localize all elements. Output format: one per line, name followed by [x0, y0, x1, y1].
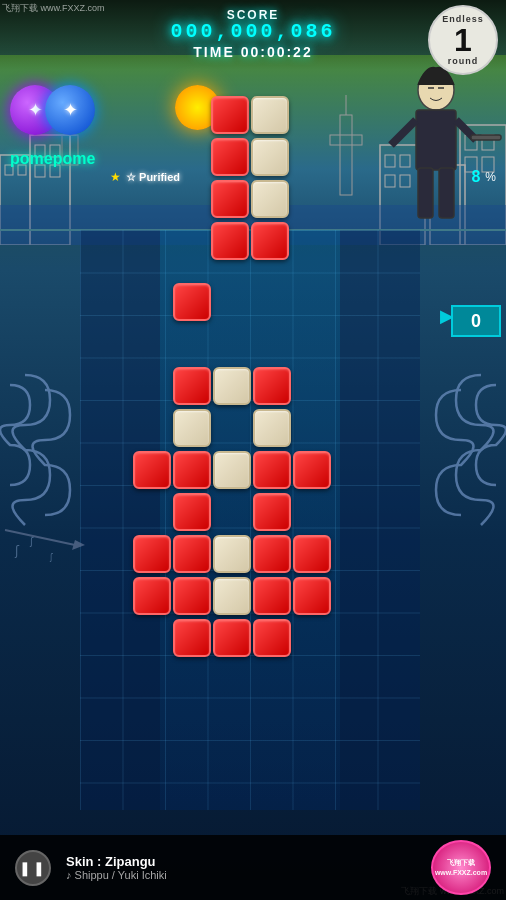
- grid-row: [82, 492, 422, 532]
- red-tile: [173, 283, 211, 321]
- player-orbs: ✦ ✦: [10, 80, 110, 150]
- blue-orb: ✦: [45, 85, 95, 135]
- samurai-svg: [346, 60, 506, 240]
- red-tile: [213, 619, 251, 657]
- grid-row: [82, 408, 422, 448]
- grid-row: [82, 282, 422, 322]
- red-tile: [253, 493, 291, 531]
- endless-round-badge: Endless 1 round: [428, 5, 498, 75]
- grid-row: [82, 324, 422, 364]
- cream-tile: [213, 451, 251, 489]
- pause-button[interactable]: ❚❚: [15, 850, 51, 886]
- red-tile: [253, 451, 291, 489]
- cream-tile: [213, 577, 251, 615]
- red-tile: [133, 535, 171, 573]
- skin-name: Skin : Zipangu: [66, 854, 416, 869]
- wave-decoration-right: [421, 370, 506, 580]
- round-label: round: [448, 56, 479, 66]
- grid-row: [82, 618, 422, 658]
- red-tile: [173, 619, 211, 657]
- falling-tile: [211, 222, 249, 260]
- cream-tile: [213, 367, 251, 405]
- pause-icon: ❚❚: [19, 860, 47, 876]
- svg-line-30: [391, 120, 416, 145]
- game-container: SCORE 000,000,086 TIME 00:00:22 Endless …: [0, 0, 506, 900]
- red-tile: [173, 451, 211, 489]
- fxxz-text: 飞翔下载www.FXXZ.com: [435, 858, 487, 876]
- grid-row: [82, 450, 422, 490]
- time-label: TIME 00:00:22: [193, 44, 312, 60]
- combo-value: 0: [471, 311, 481, 332]
- star-icon: ★: [110, 170, 121, 184]
- red-tile: [173, 535, 211, 573]
- svg-rect-32: [471, 135, 501, 140]
- red-tile: [253, 535, 291, 573]
- purified-pct-sign: %: [485, 170, 496, 184]
- sparkle-icon-2: ✦: [63, 99, 78, 121]
- skin-info: Skin : Zipangu ♪ Shippu / Yuki Ichiki: [66, 854, 416, 881]
- grid-row: [82, 576, 422, 616]
- music-info: ♪ Shippu / Yuki Ichiki: [66, 869, 416, 881]
- falling-tile: [251, 222, 289, 260]
- falling-tile: [251, 96, 289, 134]
- bottom-bar: ❚❚ Skin : Zipangu ♪ Shippu / Yuki Ichiki…: [0, 835, 506, 900]
- falling-tile: [211, 96, 249, 134]
- red-tile: [293, 577, 331, 615]
- red-tile: [253, 367, 291, 405]
- svg-rect-29: [416, 110, 456, 170]
- watermark-top: 飞翔下载 www.FXXZ.com: [2, 2, 105, 15]
- red-tile: [173, 493, 211, 531]
- svg-line-40: [5, 530, 75, 545]
- grid-row: [82, 366, 422, 406]
- fxxz-badge: 飞翔下载www.FXXZ.com: [431, 840, 491, 895]
- red-tile: [293, 535, 331, 573]
- combo-counter: 0: [451, 305, 501, 337]
- grid-row: [82, 534, 422, 574]
- red-tile: [173, 367, 211, 405]
- sparkle-icon: ✦: [28, 99, 43, 121]
- cream-tile: [173, 409, 211, 447]
- red-tile: [293, 451, 331, 489]
- round-number: 1: [454, 24, 472, 56]
- svg-text:ʃ: ʃ: [49, 553, 53, 562]
- red-tile: [253, 619, 291, 657]
- character-area: [346, 60, 506, 240]
- purified-label: ☆ Purified: [126, 171, 180, 184]
- score-value: 000,000,086: [170, 20, 335, 43]
- svg-text:ʃ: ʃ: [14, 544, 20, 558]
- red-tile: [253, 577, 291, 615]
- svg-text:ʃ: ʃ: [29, 536, 34, 547]
- wave-decoration-left: ʃ ʃ ʃ: [0, 370, 85, 580]
- red-tile: [173, 577, 211, 615]
- cream-tile: [253, 409, 291, 447]
- purified-percent: 8: [471, 168, 480, 186]
- player-name: pomepome: [10, 150, 95, 168]
- cream-tile: [213, 535, 251, 573]
- tile-grid: [82, 240, 422, 660]
- purified-bar: ★ ☆ Purified 8 %: [110, 168, 496, 186]
- red-tile: [133, 577, 171, 615]
- red-tile: [133, 451, 171, 489]
